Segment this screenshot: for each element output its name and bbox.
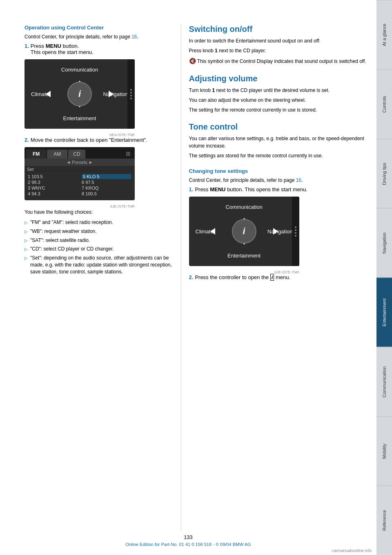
choice-sat: ▷ "SAT": select satellite radio. [24,237,173,244]
changing-intro: Control Center, for principle details, r… [189,177,368,184]
choice-cd: ▷ "CD": select CD player or CD changer. [24,246,173,253]
adjusting-title: Adjusting volume [189,74,368,83]
cc-label-communication-2: Communication [225,204,262,210]
cc-center-icon-2: i [243,226,245,237]
tab-navigation[interactable]: Navigation [376,208,392,278]
choice-set-text: "Set": depending on the audio source, ot… [30,255,173,275]
choice-fm: ▷ "FM" and "AM": select radio reception. [24,219,173,226]
step1-content: Press MENU button.This opens the start m… [31,43,173,55]
cc-label-climate-1: Climate [31,91,49,97]
cc-side-bar-1 [127,59,135,129]
step1: 1. Press MENU button.This opens the star… [24,43,173,55]
cc-dot-7 [295,232,296,234]
left-intro: Control Center, for principle details, r… [24,33,173,40]
cc-label-communication-1: Communication [61,67,98,73]
left-column: Operation using Control Center Control C… [0,0,181,555]
tone-title: Tone control [189,122,368,132]
bullet-arrow-1: ▷ [24,220,28,226]
changing-step2-number: 2. [189,274,194,280]
radio-set-bar: Set [24,166,135,172]
changing-step1-number: 1. [189,186,194,192]
cc-label-navigation-2: Navigation [267,228,292,235]
bullet-arrow-3: ▷ [24,238,28,244]
img-note-2: 6JE-ISTE-TNR [189,270,299,274]
watermark: carmanualsonline.info [332,548,372,553]
choice-fm-text: "FM" and "AM": select radio reception. [30,219,113,226]
i-menu-icon: i [270,274,274,281]
tone-p1: You can alter various tone settings, e.g… [189,135,368,150]
left-section-title: Operation using Control Center [24,25,173,31]
changing-step1-bold: MENU [210,186,225,192]
station-2: 2 99.3 [28,180,78,185]
adjusting-p2: You can also adjust the volume on the st… [189,96,368,104]
tab-entertainment[interactable]: Entertainment [376,278,392,347]
tab-reference[interactable]: Reference [376,486,392,555]
radio-presets-bar: ◄ Presets ► [24,159,135,166]
cc-dot-3 [130,95,132,96]
bullet-arrow-4: ▷ [24,246,28,252]
cc-dot-2 [130,92,132,94]
main-content: Operation using Control Center Control C… [0,0,376,555]
radio-row-2: 2 99.3 6 97.5 [28,180,131,185]
control-center-image-2: Communication Entertainment Climate Navi… [189,197,299,266]
control-center-image-1: Communication Entertainment Climate Navi… [24,59,135,129]
bullet-arrow-2: ▷ [24,229,28,235]
radio-tab-cd[interactable]: CD [68,150,85,159]
changing-step1: 1. Press MENU button. This opens the sta… [189,186,368,192]
cc-dot-6 [295,229,296,231]
cc-center-button-1: i [67,82,92,106]
mute-icon: 🔇 [189,58,196,64]
choices-intro: You have the following choices: [24,208,173,216]
page-link-16[interactable]: 16 [131,34,137,40]
cc-dot-1 [130,89,132,91]
station-6: 6 97.5 [82,180,131,185]
tab-communication[interactable]: Communication [376,347,392,416]
footer-text: Online Edition for Part-No. 01 41 0 158 … [0,542,376,547]
cc-center-button-2: i [232,219,256,244]
switching-p3: 🔇 This symbol on the Control Display ind… [189,57,368,65]
cc-inner-1: Communication Entertainment Climate Navi… [24,59,135,129]
radio-tab-fm[interactable]: FM [26,150,46,159]
changing-step1-content: Press MENU button. This opens the start … [195,186,368,192]
station-7: 7 KROQ [82,186,131,190]
radio-tab-am[interactable]: AM [47,150,67,159]
station-5: 5 KLO 5 [82,174,131,179]
switching-title: Switching on/off [189,25,368,34]
choice-wb: ▷ "WB": request weather station. [24,228,173,235]
adjusting-p1: Turn knob 1 next to the CD player until … [189,87,368,94]
cc-label-climate-2: Climate [196,228,214,235]
changing-title: Changing tone settings [189,168,368,174]
cc-label-entertainment-2: Entertainment [227,253,261,259]
tab-controls[interactable]: Controls [376,69,392,139]
choice-wb-text: "WB": request weather station. [30,228,97,235]
step1-number: 1. [24,43,29,55]
cc-dot-4 [130,98,132,99]
radio-row-3: 3 WNYC 7 KROQ [28,186,131,190]
station-8: 8 100.5 [82,191,131,196]
cc-label-navigation-1: Navigation [103,91,128,97]
changing-step2: 2. Press the controller to open the i me… [189,274,368,280]
footer: 133 Online Edition for Part-No. 01 41 0 … [0,534,376,547]
column-divider [181,25,181,530]
changing-step2-content: Press the controller to open the i menu. [195,274,368,280]
page-link-16-right[interactable]: 16 [296,177,301,183]
radio-image: FM AM CD ⊞ ◄ Presets ► Set 1 103.5 5 KLO… [24,147,135,200]
cc-center-icon-1: i [78,89,81,99]
station-4: 4 94.3 [28,191,78,196]
tab-at-a-glance[interactable]: At a glance [376,0,392,69]
step2-content: Move the controller back to open "Entert… [31,137,173,143]
tab-mobility[interactable]: Mobility [376,416,392,486]
choices-list: ▷ "FM" and "AM": select radio reception.… [24,219,173,275]
adjusting-p3: The setting for the remote control curre… [189,106,368,114]
step2-number: 2. [24,137,29,143]
choice-sat-text: "SAT": select satellite radio. [30,237,90,244]
cc-dot-8 [295,235,296,237]
choice-set: ▷ "Set": depending on the audio source, … [24,255,173,275]
radio-tabs: FM AM CD ⊞ [24,147,135,159]
img-note-1: NE4-ISTE-TNR [24,133,135,137]
right-column: Switching on/off In order to switch the … [181,0,376,555]
radio-row-1: 1 103.5 5 KLO 5 [28,174,131,179]
tab-driving-tips[interactable]: Driving tips [376,139,392,208]
side-tabs: At a glance Controls Driving tips Naviga… [376,0,392,555]
radio-row-4: 4 94.3 8 100.5 [28,191,131,196]
